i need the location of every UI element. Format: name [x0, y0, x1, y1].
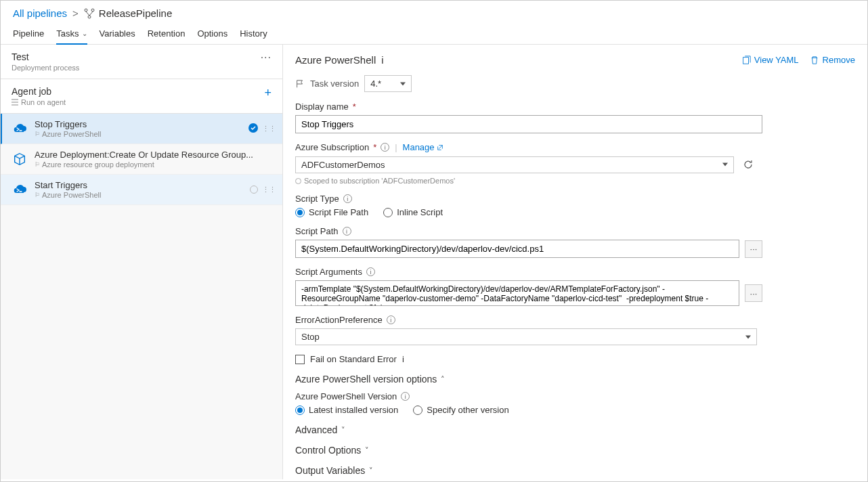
tab-retention[interactable]: Retention: [148, 24, 186, 44]
radio-latest-version[interactable]: Latest installed version: [295, 405, 398, 415]
add-task-button[interactable]: +: [264, 86, 272, 100]
task-name: Stop Triggers: [35, 119, 248, 129]
task-row-start-triggers[interactable]: Start Triggers ⚐Azure PowerShell ⋮⋮: [1, 175, 282, 205]
task-row-azure-deployment[interactable]: Azure Deployment:Create Or Update Resour…: [1, 144, 282, 175]
section-output-variables[interactable]: Output Variables˅: [295, 465, 855, 476]
flag-icon: [295, 79, 305, 89]
resource-group-icon: [12, 151, 28, 167]
info-icon[interactable]: i: [343, 194, 352, 203]
display-name-input[interactable]: [295, 115, 762, 133]
chevron-up-icon: ˄: [441, 375, 445, 384]
chevron-down-icon: ˅: [369, 466, 373, 475]
tab-tasks[interactable]: Tasks⌄: [56, 24, 87, 44]
display-name-label: Display name: [295, 102, 349, 112]
breadcrumb: All pipelines > ReleasePipeline: [1, 1, 867, 22]
panel-title: Azure PowerShell i: [295, 54, 384, 66]
stage-sub: Deployment process: [12, 64, 79, 72]
copy-icon: [741, 56, 751, 65]
section-control-options[interactable]: Control Options˅: [295, 445, 855, 456]
scoped-info: Scoped to subscription 'ADFCustomerDemos…: [295, 177, 855, 185]
chevron-down-icon: ˅: [341, 426, 345, 435]
powershell-icon: [12, 181, 28, 198]
tab-pipeline[interactable]: Pipeline: [13, 24, 44, 44]
list-icon: [12, 99, 18, 106]
drag-handle[interactable]: ⋮⋮: [262, 185, 276, 194]
left-panel: Test Deployment process ··· Agent job Ru…: [1, 45, 283, 479]
task-version-label: Task version: [310, 79, 359, 89]
chevron-down-icon: ˅: [365, 446, 369, 455]
svg-rect-4: [743, 57, 748, 64]
error-pref-label: ErrorActionPreference: [295, 315, 383, 325]
script-type-label: Script Type: [295, 194, 339, 204]
info-icon[interactable]: i: [402, 354, 404, 364]
breadcrumb-sep: >: [72, 7, 79, 19]
task-name: Start Triggers: [35, 180, 250, 190]
radio-inline-script[interactable]: Inline Script: [383, 207, 443, 217]
task-row-stop-triggers[interactable]: Stop Triggers ⚐Azure PowerShell ⋮⋮: [1, 114, 282, 144]
external-link-icon: [437, 144, 443, 151]
stage-menu-button[interactable]: ···: [261, 51, 272, 64]
tab-options[interactable]: Options: [197, 24, 227, 44]
section-advanced[interactable]: Advanced˅: [295, 424, 855, 435]
radio-script-file-path[interactable]: Script File Path: [295, 207, 368, 217]
pipeline-icon: [84, 8, 95, 19]
breadcrumb-all-pipelines[interactable]: All pipelines: [13, 7, 67, 19]
fail-on-stderr-checkbox[interactable]: [295, 355, 305, 364]
error-pref-select[interactable]: Stop: [295, 328, 757, 345]
powershell-icon: [12, 121, 28, 137]
view-yaml-button[interactable]: View YAML: [741, 55, 799, 65]
breadcrumb-current: ReleasePipeline: [99, 7, 172, 19]
info-icon[interactable]: i: [381, 143, 389, 152]
task-name: Azure Deployment:Create Or Update Resour…: [35, 150, 276, 160]
job-header[interactable]: Agent job Run on agent +: [1, 79, 282, 114]
svg-point-0: [85, 9, 87, 12]
info-icon[interactable]: i: [381, 54, 383, 66]
task-details-panel: Azure PowerShell i View YAML Remove Task…: [283, 45, 867, 479]
radio-specify-version[interactable]: Specify other version: [413, 405, 508, 415]
script-path-label: Script Path: [295, 226, 339, 236]
script-args-label: Script Arguments: [295, 267, 362, 277]
browse-button[interactable]: ···: [745, 284, 762, 302]
manage-link[interactable]: Manage: [403, 142, 443, 152]
fail-on-stderr-label: Fail on Standard Error: [310, 354, 397, 364]
info-icon[interactable]: i: [387, 315, 395, 324]
info-icon[interactable]: i: [343, 227, 351, 236]
status-ring-icon: [250, 185, 258, 194]
script-args-input[interactable]: [295, 280, 739, 306]
tab-history[interactable]: History: [240, 24, 267, 44]
drag-handle[interactable]: ⋮⋮: [262, 125, 276, 133]
info-icon[interactable]: i: [366, 267, 375, 276]
chevron-down-icon: ⌄: [82, 30, 87, 37]
section-version-options[interactable]: Azure PowerShell version options˄: [295, 374, 855, 385]
subscription-select[interactable]: ADFCustomerDemos: [295, 156, 734, 173]
stage-name: Test: [12, 51, 79, 62]
task-sub: ⚐Azure PowerShell: [35, 191, 250, 199]
svg-point-2: [88, 16, 91, 18]
tab-variables[interactable]: Variables: [100, 24, 135, 44]
task-sub: ⚐Azure resource group deployment: [35, 160, 276, 169]
tabs-bar: Pipeline Tasks⌄ Variables Retention Opti…: [1, 22, 867, 45]
trash-icon: [810, 56, 819, 65]
stage-header[interactable]: Test Deployment process ···: [1, 45, 282, 79]
info-icon[interactable]: i: [401, 392, 410, 401]
check-icon: [248, 123, 258, 135]
subscription-label: Azure Subscription: [295, 142, 369, 152]
job-sub: Run on agent: [12, 98, 66, 106]
ps-version-label: Azure PowerShell Version: [295, 391, 397, 401]
refresh-button[interactable]: [739, 156, 757, 173]
job-name: Agent job: [12, 86, 66, 97]
browse-button[interactable]: ···: [745, 240, 762, 258]
task-version-select[interactable]: 4.*: [364, 75, 412, 92]
remove-button[interactable]: Remove: [810, 55, 855, 65]
svg-point-1: [91, 9, 94, 12]
task-sub: ⚐Azure PowerShell: [35, 130, 248, 138]
script-path-input[interactable]: [295, 240, 739, 258]
